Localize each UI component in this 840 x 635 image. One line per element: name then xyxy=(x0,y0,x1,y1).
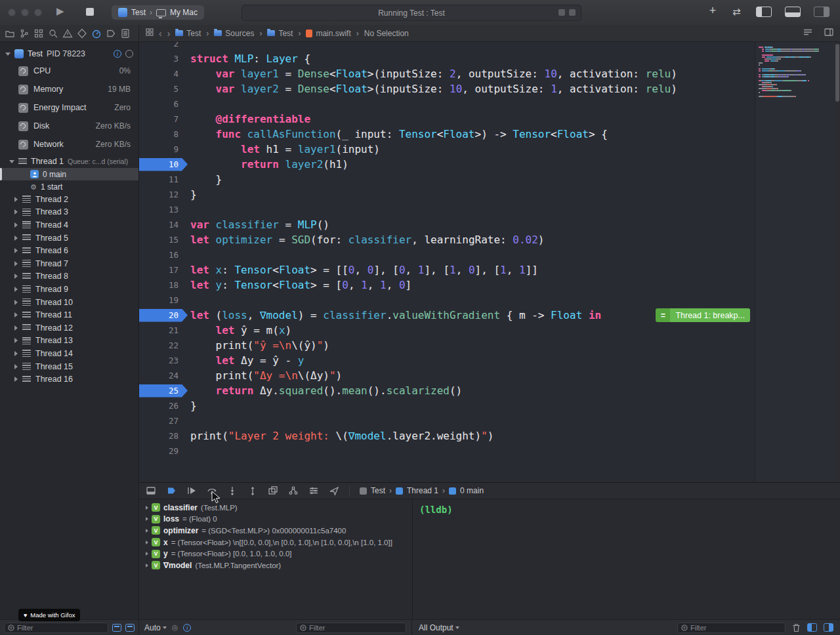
crumb-process[interactable]: Test xyxy=(371,486,385,495)
breakpoint-marker[interactable]: 25 xyxy=(139,384,188,398)
code-line-2[interactable]: 2 xyxy=(139,42,840,51)
code-line-9[interactable]: 9 let h1 = layer1(input) xyxy=(139,142,840,157)
sidebar-thread-14[interactable]: Thread 14 xyxy=(0,347,138,360)
variables-scope-dropdown[interactable]: Auto xyxy=(144,623,167,632)
disclosure-right-icon[interactable] xyxy=(146,541,148,544)
disclosure-down-icon[interactable] xyxy=(5,52,10,56)
search-icon[interactable] xyxy=(48,28,58,39)
run-button[interactable] xyxy=(56,5,64,17)
sidebar-thread-16[interactable]: Thread 16 xyxy=(0,373,138,386)
code-line-13[interactable]: 13 xyxy=(139,202,840,217)
environment-overrides-icon[interactable] xyxy=(308,485,319,496)
variables-filter-input[interactable]: Filter xyxy=(296,623,406,633)
toggle-debug-area-button[interactable] xyxy=(785,7,801,17)
zoom-window-button[interactable] xyxy=(34,9,42,16)
related-items-icon[interactable] xyxy=(146,28,154,38)
disclosure-right-icon[interactable] xyxy=(146,517,148,521)
sidebar-thread-5[interactable]: Thread 5 xyxy=(0,232,138,245)
sidebar-gauge-energy-impact[interactable]: Energy ImpactZero xyxy=(0,98,138,117)
disclosure-right-icon[interactable] xyxy=(14,338,18,343)
scheme-selector[interactable]: Test My Mac xyxy=(112,5,204,20)
show-running-blocks-button[interactable] xyxy=(125,624,135,632)
quick-look-info-icon[interactable] xyxy=(183,624,191,632)
code-line-3[interactable]: 3struct MLP: Layer { xyxy=(139,51,840,66)
forward-button[interactable] xyxy=(167,28,171,39)
breakpoint-marker[interactable]: 20 xyxy=(139,309,188,322)
code-line-24[interactable]: 24 print("Δy =\n\(Δy)") xyxy=(139,368,840,383)
sidebar-thread-4[interactable]: Thread 4 xyxy=(0,218,138,232)
sidebar-thread-2[interactable]: Thread 2 xyxy=(0,193,138,206)
breadcrumb-project[interactable]: Test xyxy=(175,29,201,38)
stack-frame-1[interactable]: 1 start xyxy=(0,180,138,193)
step-out-icon[interactable] xyxy=(247,485,258,496)
code-line-8[interactable]: 8 func callAsFunction(_ input: Tensor<Fl… xyxy=(139,127,840,142)
disclosure-right-icon[interactable] xyxy=(14,222,18,228)
sidebar-thread-9[interactable]: Thread 9 xyxy=(0,283,138,296)
sidebar-thread-11[interactable]: Thread 11 xyxy=(0,308,138,321)
code-line-20[interactable]: 20let (loss, ∇model) = classifier.valueW… xyxy=(139,308,840,323)
code-line-4[interactable]: 4 var layer1 = Dense<Float>(inputSize: 2… xyxy=(139,66,840,81)
source-editor[interactable]: 23struct MLP: Layer {4 var layer1 = Dens… xyxy=(139,42,840,482)
stack-frame-0[interactable]: 0 main xyxy=(0,168,138,180)
sidebar-thread-8[interactable]: Thread 8 xyxy=(0,270,138,283)
crumb-thread[interactable]: Thread 1 xyxy=(407,486,438,495)
symbol-navigator-icon[interactable] xyxy=(33,28,44,39)
code-line-7[interactable]: 7 @differentiable xyxy=(139,112,840,127)
show-console-pane-button[interactable] xyxy=(824,623,833,632)
console-filter-input[interactable]: Filter xyxy=(677,623,786,633)
code-line-22[interactable]: 22 print("ŷ =\n\(ŷ)") xyxy=(139,338,840,353)
code-line-23[interactable]: 23 let Δy = ŷ - y xyxy=(139,353,840,368)
breadcrumb-sources[interactable]: Sources xyxy=(214,29,254,38)
flat-view-icon[interactable]: ◎ xyxy=(172,623,178,632)
hide-debug-area-icon[interactable] xyxy=(146,485,156,496)
disclosure-right-icon[interactable] xyxy=(14,312,18,318)
disclosure-right-icon[interactable] xyxy=(14,248,18,253)
simulate-location-icon[interactable] xyxy=(329,485,339,496)
code-line-17[interactable]: 17let x: Tensor<Float> = [[0, 0], [0, 1]… xyxy=(139,262,840,277)
minimap[interactable] xyxy=(755,42,835,482)
variable-row-5[interactable]: ∇model(Test.MLP.TangentVector) xyxy=(139,560,412,571)
disclosure-right-icon[interactable] xyxy=(14,236,18,241)
continue-icon[interactable] xyxy=(186,485,197,496)
code-review-button[interactable] xyxy=(732,6,741,18)
disclosure-down-icon[interactable] xyxy=(9,160,14,163)
disclosure-right-icon[interactable] xyxy=(146,529,148,533)
disclosure-right-icon[interactable] xyxy=(14,209,18,215)
crumb-frame[interactable]: 0 main xyxy=(460,486,484,495)
sidebar-thread-1[interactable]: Thread 1 Queue: c...d (serial) xyxy=(0,155,138,168)
toggle-inspector-button[interactable] xyxy=(814,7,830,17)
code-line-29[interactable]: 29 xyxy=(139,443,840,459)
scrollbar-thumb[interactable] xyxy=(835,44,839,102)
disclosure-right-icon[interactable] xyxy=(14,351,18,356)
show-variables-pane-button[interactable] xyxy=(807,623,817,632)
sidebar-thread-7[interactable]: Thread 7 xyxy=(0,257,138,270)
report-navigator-icon[interactable] xyxy=(120,28,131,39)
code-line-25[interactable]: 25 return Δy.squared().mean().scalarized… xyxy=(139,383,840,398)
info-icon[interactable] xyxy=(114,50,121,58)
debug-navigator-icon[interactable] xyxy=(91,28,102,39)
code-line-21[interactable]: 21 let ŷ = m(x) xyxy=(139,323,840,338)
back-button[interactable] xyxy=(159,28,162,39)
library-button[interactable] xyxy=(705,4,721,18)
source-control-navigator-icon[interactable] xyxy=(19,28,30,39)
breadcrumb-file[interactable]: main.swift xyxy=(306,29,350,38)
breakpoint-marker[interactable]: 10 xyxy=(139,158,188,171)
sidebar-gauge-network[interactable]: NetworkZero KB/s xyxy=(0,135,138,154)
disclosure-right-icon[interactable] xyxy=(146,563,148,567)
disclosure-right-icon[interactable] xyxy=(146,552,148,556)
sidebar-gauge-memory[interactable]: Memory19 MB xyxy=(0,80,138,98)
code-line-27[interactable]: 27 xyxy=(139,413,840,428)
navigator-filter-input[interactable]: Filter xyxy=(4,623,108,633)
disclosure-right-icon[interactable] xyxy=(14,364,18,369)
code-line-14[interactable]: 14var classifier = MLP() xyxy=(139,217,840,232)
code-line-19[interactable]: 19 xyxy=(139,293,840,308)
code-line-15[interactable]: 15let optimizer = SGD(for: classifier, l… xyxy=(139,232,840,247)
add-editor-icon[interactable] xyxy=(824,28,833,39)
variable-row-1[interactable]: loss= (Float) 0 xyxy=(139,514,412,525)
disclosure-right-icon[interactable] xyxy=(14,261,18,266)
code-line-11[interactable]: 11 } xyxy=(139,172,840,187)
sidebar-gauge-disk[interactable]: DiskZero KB/s xyxy=(0,117,138,135)
variable-row-0[interactable]: classifier(Test.MLP) xyxy=(139,502,412,514)
adjust-editor-icon[interactable] xyxy=(803,28,812,39)
code-line-6[interactable]: 6 xyxy=(139,96,840,112)
